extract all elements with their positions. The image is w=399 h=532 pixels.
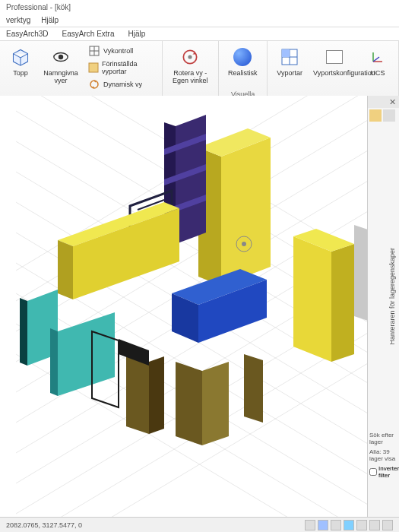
- btn-dynamisk-label: Dynamisk vy: [103, 81, 142, 88]
- model-brown-door-2: [176, 362, 229, 445]
- btn-vykontroll-label: Vykontroll: [103, 47, 133, 55]
- status-bar: 2082.0765, 3127.5477, 0: [0, 517, 399, 532]
- status-icon-4[interactable]: [344, 520, 354, 530]
- viewport-3d[interactable]: [0, 96, 399, 517]
- btn-namngivna[interactable]: Namngivna vyer: [40, 44, 82, 87]
- viewport-grid-icon: [278, 46, 301, 68]
- svg-point-1: [59, 55, 63, 59]
- ucs-icon: [366, 46, 389, 68]
- btn-realistisk-label: Realistisk: [228, 70, 258, 78]
- panel-tab-2[interactable]: [383, 109, 395, 122]
- btn-dynamisk[interactable]: Dynamisk vy: [87, 78, 156, 91]
- status-icon-7[interactable]: [382, 520, 393, 530]
- title-bar: Professional - [kök]: [0, 0, 399, 14]
- svg-point-6: [90, 81, 98, 88]
- btn-ucs[interactable]: UCS: [363, 44, 392, 79]
- btn-rotera[interactable]: Rotera vy - Egen vinkel: [169, 44, 212, 87]
- cube-icon: [9, 46, 32, 68]
- btn-topp[interactable]: Topp: [6, 44, 35, 79]
- svg-rect-5: [89, 63, 98, 72]
- status-icon-3[interactable]: [331, 520, 341, 530]
- model-teal-panel-2: [50, 312, 115, 396]
- panel-tab-1[interactable]: [369, 109, 382, 122]
- btn-preset-vyport[interactable]: Förinställda vyportar: [87, 59, 156, 76]
- layer-count-text: Alla: 39 lager visa: [369, 448, 397, 462]
- btn-rotera-label: Rotera vy - Egen vinkel: [172, 70, 209, 85]
- btn-vyportkonfig[interactable]: Vyportskonfiguration: [310, 44, 359, 79]
- tab-bar: EasyArch3D EasyArch Extra Hjälp: [0, 27, 399, 41]
- model-yellow-tall-cabinet: [198, 128, 271, 286]
- status-icon-6[interactable]: [369, 520, 380, 530]
- model-blue-table: [172, 269, 267, 343]
- eye-icon: [49, 46, 72, 68]
- model-brown-door-3: [244, 354, 263, 423]
- model-yellow-counter: [58, 202, 179, 299]
- rotate-icon: [179, 46, 201, 68]
- grid-small-icon: [88, 45, 100, 57]
- svg-point-39: [242, 242, 246, 246]
- preset-icon: [88, 62, 99, 74]
- model-brown-door-1: [126, 354, 164, 434]
- model-yellow-right-panel: [293, 229, 354, 362]
- status-coordinates: 2082.0765, 3127.5477, 0: [6, 521, 305, 529]
- status-icon-tray: [305, 520, 393, 530]
- menu-verktyg[interactable]: verktyg: [6, 16, 30, 24]
- btn-vyportar[interactable]: Vyportar: [274, 44, 306, 79]
- menu-bar: verktyg Hjälp: [0, 14, 399, 27]
- panel-vertical-title: Hanteraren för lageregenskaper: [388, 248, 396, 345]
- status-icon-5[interactable]: [356, 520, 367, 530]
- search-layer-label: Sök efter lager: [369, 432, 397, 445]
- layer-panel: ✕ Hanteraren för lageregenskaper Sök eft…: [367, 96, 399, 517]
- status-icon-2[interactable]: [318, 520, 328, 530]
- close-icon[interactable]: ✕: [389, 97, 396, 107]
- tab-easyarch-extra[interactable]: EasyArch Extra: [62, 30, 115, 38]
- btn-vykontroll[interactable]: Vykontroll: [87, 44, 156, 58]
- btn-vyportkonfig-label: Vyportskonfiguration: [313, 70, 356, 78]
- viewport-config-icon: [323, 46, 346, 68]
- menu-hjalp[interactable]: Hjälp: [41, 16, 59, 24]
- tab-easyarch3d[interactable]: EasyArch3D: [6, 30, 49, 38]
- tab-hjalp2[interactable]: Hjälp: [128, 30, 146, 38]
- svg-rect-12: [282, 49, 290, 57]
- invert-filter-checkbox[interactable]: [369, 468, 377, 476]
- viewport-canvas: [0, 96, 399, 517]
- svg-line-15: [373, 57, 379, 62]
- btn-vyportar-label: Vyportar: [277, 70, 302, 78]
- invert-filter-label: Invertera filter: [378, 465, 399, 479]
- dynamic-icon: [88, 78, 100, 90]
- btn-preset-label: Förinställda vyportar: [102, 60, 154, 75]
- btn-namngivna-label: Namngivna vyer: [43, 70, 79, 85]
- status-icon-1[interactable]: [305, 520, 315, 530]
- sphere-icon: [231, 46, 254, 68]
- btn-topp-label: Topp: [13, 70, 28, 78]
- btn-ucs-label: UCS: [370, 70, 385, 78]
- svg-point-8: [188, 55, 192, 59]
- btn-realistisk[interactable]: Realistisk: [225, 44, 261, 79]
- title-text: Professional - [kök]: [6, 3, 71, 11]
- invert-filter-check[interactable]: Invertera filter: [369, 465, 397, 479]
